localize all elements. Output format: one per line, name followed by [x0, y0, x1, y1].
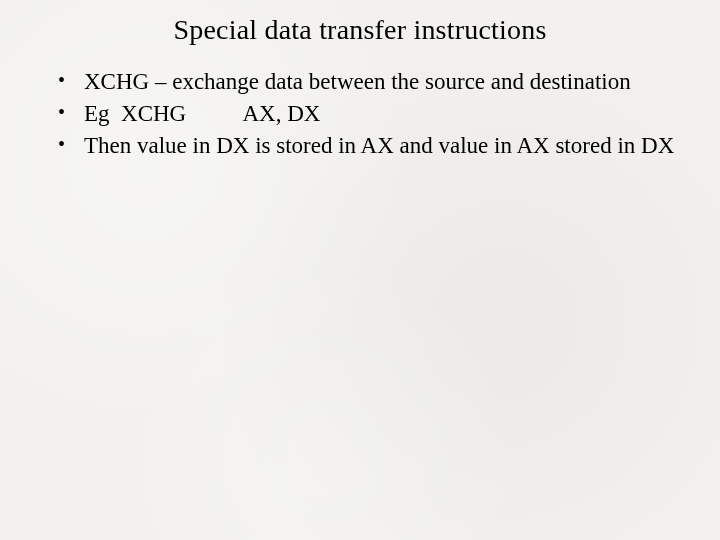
list-item: Eg XCHG AX, DX — [58, 100, 680, 128]
bullet-text: Then value in DX is stored in AX and val… — [84, 133, 674, 158]
slide: Special data transfer instructions XCHG … — [0, 0, 720, 540]
list-item: XCHG – exchange data between the source … — [58, 68, 680, 96]
bullet-text: XCHG – exchange data between the source … — [84, 69, 631, 94]
bullet-text: Eg XCHG AX, DX — [84, 101, 320, 126]
bullet-list: XCHG – exchange data between the source … — [40, 68, 680, 160]
list-item: Then value in DX is stored in AX and val… — [58, 132, 680, 160]
slide-title: Special data transfer instructions — [40, 14, 680, 46]
